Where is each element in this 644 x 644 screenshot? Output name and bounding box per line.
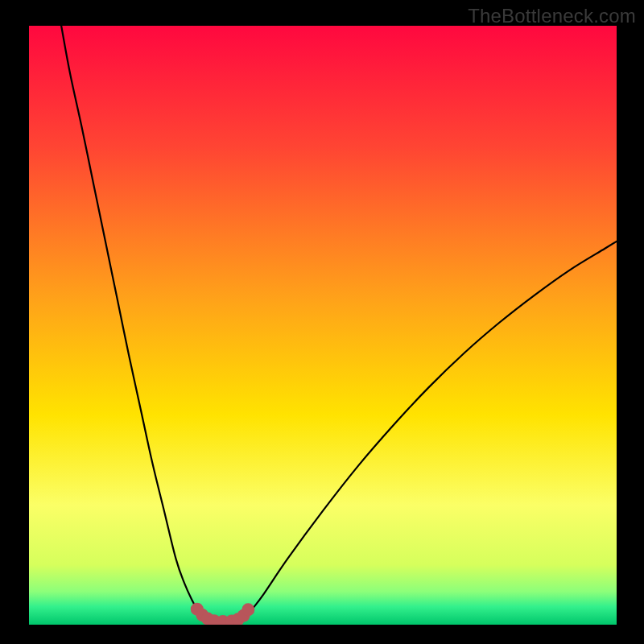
bottleneck-chart bbox=[29, 26, 617, 625]
watermark-text: TheBottleneck.com bbox=[468, 5, 636, 27]
valley-marker-8 bbox=[242, 603, 254, 616]
chart-root: TheBottleneck.com bbox=[0, 0, 644, 644]
plot-frame bbox=[29, 26, 617, 625]
gradient-background bbox=[29, 26, 617, 625]
